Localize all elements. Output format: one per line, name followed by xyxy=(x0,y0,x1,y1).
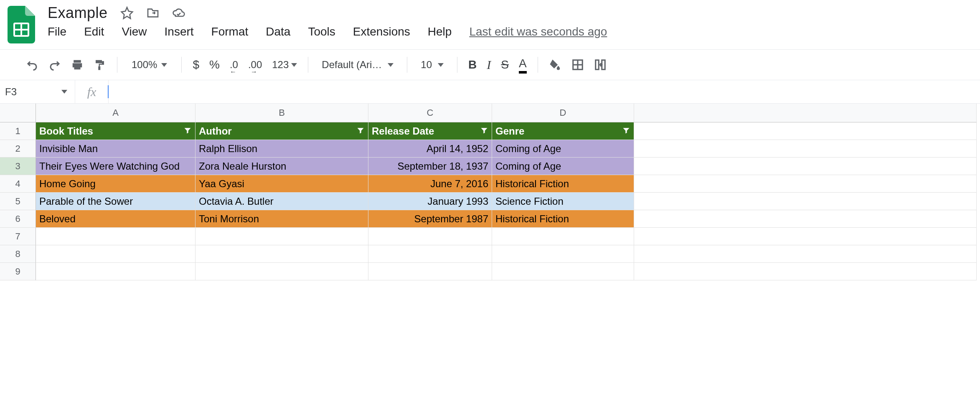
cell-4D[interactable]: Historical Fiction xyxy=(492,175,634,193)
cell-9D[interactable] xyxy=(492,263,634,280)
col-header-B[interactable]: B xyxy=(195,104,368,122)
filter-icon[interactable] xyxy=(622,125,630,137)
menu-format[interactable]: Format xyxy=(211,25,249,38)
menu-data[interactable]: Data xyxy=(266,25,290,38)
cell-3B[interactable]: Zora Neale Hurston xyxy=(195,158,368,175)
formula-bar-input[interactable] xyxy=(109,80,980,103)
font-size-dropdown[interactable]: 10 xyxy=(413,59,451,71)
star-icon[interactable] xyxy=(120,6,134,20)
cell-4C[interactable]: June 7, 2016 xyxy=(368,175,492,193)
cell-empty[interactable] xyxy=(634,158,977,175)
col-header-C[interactable]: C xyxy=(368,104,492,122)
cell-empty[interactable] xyxy=(634,193,977,210)
col-header-D[interactable]: D xyxy=(492,104,634,122)
menu-extensions[interactable]: Extensions xyxy=(353,25,410,38)
move-icon[interactable] xyxy=(146,6,160,20)
more-formats-dropdown[interactable]: 123 xyxy=(267,55,302,74)
cell-5D[interactable]: Science Fiction xyxy=(492,193,634,210)
name-box[interactable]: F3 xyxy=(0,80,75,103)
increase-decimal-button[interactable]: .00→ xyxy=(243,55,267,74)
cell-empty[interactable] xyxy=(634,175,977,193)
cell-5B[interactable]: Octavia A. Butler xyxy=(195,193,368,210)
cell-8A[interactable] xyxy=(36,245,195,263)
merge-cells-button[interactable] xyxy=(589,55,612,74)
format-percent-button[interactable]: % xyxy=(204,55,225,74)
cloud-status-icon[interactable] xyxy=(172,6,185,20)
row-header-1[interactable]: 1 xyxy=(0,122,36,140)
cell-5C[interactable]: January 1993 xyxy=(368,193,492,210)
menu-help[interactable]: Help xyxy=(428,25,452,38)
redo-button[interactable] xyxy=(43,55,66,74)
row-header-4[interactable]: 4 xyxy=(0,175,36,193)
cell-4A[interactable]: Home Going xyxy=(36,175,195,193)
row-header-5[interactable]: 5 xyxy=(0,193,36,210)
font-family-dropdown[interactable]: Default (Ari… xyxy=(314,59,401,71)
col-header-A[interactable]: A xyxy=(36,104,195,122)
undo-button[interactable] xyxy=(21,55,43,74)
cell-3A[interactable]: Their Eyes Were Watching God xyxy=(36,158,195,175)
cell-5A[interactable]: Parable of the Sower xyxy=(36,193,195,210)
row-header-2[interactable]: 2 xyxy=(0,140,36,158)
cell-3D[interactable]: Coming of Age xyxy=(492,158,634,175)
header-cell-C[interactable]: Release Date xyxy=(368,122,492,140)
cell-2C[interactable]: April 14, 1952 xyxy=(368,140,492,158)
cell-2A[interactable]: Invisible Man xyxy=(36,140,195,158)
filter-icon[interactable] xyxy=(183,125,192,137)
sheets-app-icon[interactable] xyxy=(8,6,35,43)
paint-format-button[interactable] xyxy=(89,55,111,74)
cell-7C[interactable] xyxy=(368,228,492,245)
spreadsheet-grid[interactable]: A B C D 123456789 Book TitlesAuthorRelea… xyxy=(0,104,980,280)
decrease-decimal-button[interactable]: .0← xyxy=(225,55,243,74)
cell-9A[interactable] xyxy=(36,263,195,280)
cell-2B[interactable]: Ralph Ellison xyxy=(195,140,368,158)
italic-button[interactable]: I xyxy=(482,55,496,74)
fill-color-button[interactable] xyxy=(544,55,566,74)
cell-8E[interactable] xyxy=(634,245,977,263)
cell-empty[interactable] xyxy=(634,122,977,140)
header-cell-B[interactable]: Author xyxy=(195,122,368,140)
cell-9B[interactable] xyxy=(195,263,368,280)
menu-insert[interactable]: Insert xyxy=(165,25,194,38)
row-header-9[interactable]: 9 xyxy=(0,263,36,280)
cell-3C[interactable]: September 18, 1937 xyxy=(368,158,492,175)
cell-9E[interactable] xyxy=(634,263,977,280)
cell-7D[interactable] xyxy=(492,228,634,245)
print-button[interactable] xyxy=(66,55,89,74)
row-header-6[interactable]: 6 xyxy=(0,210,36,228)
cell-2D[interactable]: Coming of Age xyxy=(492,140,634,158)
format-currency-button[interactable]: $ xyxy=(188,55,204,74)
menu-edit[interactable]: Edit xyxy=(84,25,104,38)
cell-8C[interactable] xyxy=(368,245,492,263)
cell-empty[interactable] xyxy=(634,210,977,228)
cell-9C[interactable] xyxy=(368,263,492,280)
col-header-empty[interactable] xyxy=(634,104,977,122)
filter-icon[interactable] xyxy=(480,125,488,137)
select-all-corner[interactable] xyxy=(0,104,36,122)
cell-7A[interactable] xyxy=(36,228,195,245)
menu-view[interactable]: View xyxy=(122,25,147,38)
cell-6C[interactable]: September 1987 xyxy=(368,210,492,228)
text-color-button[interactable]: A xyxy=(514,55,532,74)
cell-empty[interactable] xyxy=(634,140,977,158)
row-header-7[interactable]: 7 xyxy=(0,228,36,245)
row-header-3[interactable]: 3 xyxy=(0,158,36,175)
last-edit-link[interactable]: Last edit was seconds ago xyxy=(469,25,607,38)
cell-6A[interactable]: Beloved xyxy=(36,210,195,228)
cell-6D[interactable]: Historical Fiction xyxy=(492,210,634,228)
cell-4B[interactable]: Yaa Gyasi xyxy=(195,175,368,193)
row-header-8[interactable]: 8 xyxy=(0,245,36,263)
cell-8B[interactable] xyxy=(195,245,368,263)
doc-title[interactable]: Example xyxy=(48,4,108,22)
strikethrough-button[interactable]: S xyxy=(496,55,514,74)
bold-button[interactable]: B xyxy=(463,55,482,74)
menu-file[interactable]: File xyxy=(48,25,66,38)
header-cell-D[interactable]: Genre xyxy=(492,122,634,140)
filter-icon[interactable] xyxy=(356,125,365,137)
cell-7B[interactable] xyxy=(195,228,368,245)
menu-tools[interactable]: Tools xyxy=(308,25,335,38)
cell-8D[interactable] xyxy=(492,245,634,263)
cell-6B[interactable]: Toni Morrison xyxy=(195,210,368,228)
zoom-dropdown[interactable]: 100% xyxy=(123,59,175,71)
header-cell-A[interactable]: Book Titles xyxy=(36,122,195,140)
cell-7E[interactable] xyxy=(634,228,977,245)
